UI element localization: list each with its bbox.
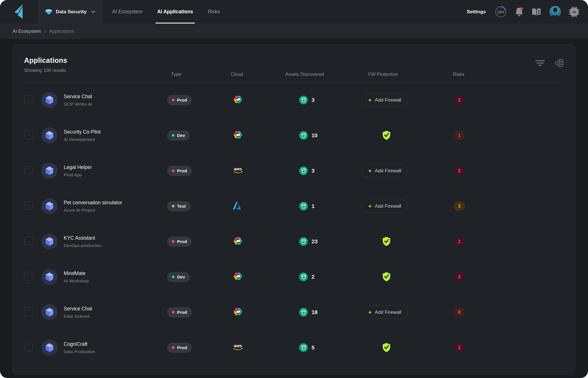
table-column-headers: Type Cloud Assets Discovered FW Protecti… bbox=[24, 72, 564, 77]
collapse-columns-icon[interactable] bbox=[554, 58, 564, 68]
cube-app-icon bbox=[41, 198, 57, 214]
cloud-cell bbox=[228, 201, 285, 211]
column-header-fw: FW Protection bbox=[358, 72, 443, 77]
usage-ring[interactable]: 19% bbox=[495, 6, 507, 18]
type-dot bbox=[172, 311, 174, 313]
row-checkbox[interactable] bbox=[24, 95, 33, 104]
svg-text:aws: aws bbox=[234, 166, 242, 171]
column-header-cloud: Cloud bbox=[228, 72, 285, 77]
risk-count-badge[interactable]: 3 bbox=[453, 272, 465, 282]
type-label: Prod bbox=[177, 98, 187, 103]
bucket-icon bbox=[299, 308, 308, 317]
notification-dot bbox=[520, 7, 523, 10]
column-header-assets: Assets Discovered bbox=[285, 72, 358, 77]
risk-count-badge[interactable]: 2 bbox=[453, 237, 465, 246]
azure-cloud-icon bbox=[233, 201, 241, 211]
type-badge: Prod bbox=[167, 166, 192, 176]
brand-logo[interactable] bbox=[0, 0, 39, 23]
user-avatar[interactable] bbox=[549, 6, 561, 18]
tab-risks[interactable]: Risks bbox=[208, 0, 220, 23]
cube-app-icon bbox=[41, 304, 57, 320]
tab-ai-ecosystem[interactable]: AI Ecosystem bbox=[112, 0, 142, 23]
cube-app-icon bbox=[41, 269, 57, 285]
nav-tabs: AI Ecosystem AI Applications Risks bbox=[112, 0, 220, 23]
cube-app-icon bbox=[41, 233, 57, 250]
app-name: Service Chat bbox=[64, 94, 167, 100]
risk-count-badge[interactable]: 1 bbox=[453, 130, 465, 140]
row-checkbox[interactable] bbox=[24, 307, 33, 316]
gcp-cloud-icon bbox=[233, 95, 243, 105]
type-badge: Dev bbox=[167, 130, 190, 141]
breadcrumb-ai-ecosystem[interactable]: AI Ecosystem bbox=[12, 29, 41, 34]
type-badge: Prod bbox=[167, 95, 192, 105]
cloud-cell: aws bbox=[228, 343, 285, 352]
add-firewall-label: Add Firewall bbox=[375, 168, 401, 174]
table-row: Service Chat Data Science Prod bbox=[24, 295, 564, 330]
app-subtitle: AI Workshop bbox=[64, 278, 167, 284]
column-header-risks: Risks bbox=[443, 72, 564, 77]
plus-icon: + bbox=[368, 309, 372, 315]
plus-icon: + bbox=[368, 97, 372, 103]
type-label: Prod bbox=[177, 239, 187, 244]
cloud-cell bbox=[228, 272, 285, 282]
add-firewall-button[interactable]: + Add Firewall bbox=[361, 199, 408, 213]
app-subtitle: Data Production bbox=[64, 349, 167, 354]
bucket-icon bbox=[299, 131, 308, 140]
assets-count: 18 bbox=[312, 309, 318, 315]
row-checkbox[interactable] bbox=[24, 343, 33, 351]
filter-icon[interactable] bbox=[535, 58, 545, 68]
add-firewall-button[interactable]: + Add Firewall bbox=[361, 164, 408, 177]
row-checkbox[interactable] bbox=[24, 201, 33, 210]
row-checkbox[interactable] bbox=[24, 272, 33, 281]
product-switcher[interactable]: Data Security bbox=[39, 0, 102, 23]
breadcrumb: AI Ecosystem > Applications bbox=[0, 23, 588, 39]
app-window: Data Security AI Ecosystem AI Applicatio… bbox=[0, 0, 588, 378]
risk-count-badge[interactable]: 3 bbox=[453, 201, 465, 211]
type-badge: Test bbox=[167, 201, 191, 211]
shield-check-icon bbox=[382, 272, 391, 282]
app-name: KYC Assistant bbox=[64, 235, 167, 241]
bucket-icon bbox=[299, 96, 308, 104]
aws-cloud-icon: aws bbox=[233, 343, 244, 352]
docs-book-icon[interactable] bbox=[531, 7, 542, 16]
type-badge: Prod bbox=[167, 343, 192, 353]
risk-count-badge[interactable]: 2 bbox=[453, 166, 465, 176]
risk-count-badge[interactable]: 2 bbox=[453, 343, 465, 353]
tab-ai-applications[interactable]: AI Applications bbox=[157, 0, 193, 23]
gcp-cloud-icon bbox=[233, 237, 243, 246]
risk-count-badge[interactable]: 2 bbox=[453, 95, 465, 105]
risk-count-badge[interactable]: 8 bbox=[453, 307, 465, 317]
bucket-icon bbox=[299, 166, 308, 175]
assets-count: 23 bbox=[312, 239, 318, 245]
add-firewall-button[interactable]: + Add Firewall bbox=[361, 93, 408, 107]
cloud-cell bbox=[228, 95, 285, 105]
table-row: KYC Assistant DevOps-production Prod bbox=[24, 224, 564, 259]
type-label: Prod bbox=[177, 168, 187, 173]
notification-bell-icon[interactable] bbox=[515, 7, 524, 17]
app-name: Security Co-Pilot bbox=[64, 129, 167, 135]
top-nav: Data Security AI Ecosystem AI Applicatio… bbox=[0, 0, 588, 23]
gcp-cloud-icon bbox=[233, 130, 243, 140]
bucket-icon bbox=[299, 202, 308, 211]
plus-icon: + bbox=[368, 203, 372, 209]
bucket-icon bbox=[299, 343, 308, 352]
row-checkbox[interactable] bbox=[24, 237, 33, 245]
svg-text:aws: aws bbox=[234, 343, 242, 348]
plus-icon: + bbox=[368, 168, 372, 174]
app-subtitle: GCP Vertex AI bbox=[64, 102, 167, 107]
cube-app-icon bbox=[41, 340, 57, 356]
breadcrumb-applications: Applications bbox=[49, 29, 74, 34]
type-label: Prod bbox=[177, 345, 187, 350]
add-firewall-button[interactable]: + Add Firewall bbox=[361, 306, 408, 319]
settings-button[interactable]: Settings bbox=[467, 9, 486, 15]
svg-text:AI: AI bbox=[572, 10, 576, 14]
type-label: Dev bbox=[177, 274, 185, 280]
add-firewall-label: Add Firewall bbox=[375, 310, 401, 315]
cloud-cell bbox=[228, 130, 285, 140]
table-row: CogniCraft Data Production Prod aws bbox=[24, 330, 564, 365]
cloud-cell: aws bbox=[228, 166, 285, 175]
ai-chip-icon[interactable]: AI bbox=[569, 7, 580, 17]
row-checkbox[interactable] bbox=[24, 166, 33, 175]
shield-check-icon bbox=[382, 237, 391, 246]
row-checkbox[interactable] bbox=[24, 130, 33, 139]
